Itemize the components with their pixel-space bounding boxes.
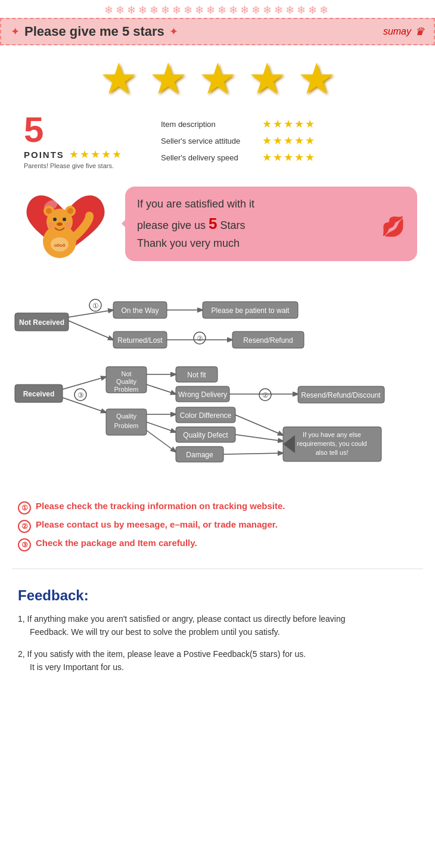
svg-line-68 xyxy=(223,453,283,454)
flowchart-section: Not Received ① On the Way Please be pati… xyxy=(0,274,435,495)
speech-line1: If you are satisfied with it xyxy=(137,198,254,210)
svg-line-37 xyxy=(63,377,106,389)
snowflake-decoration: ❄❄❄❄❄❄❄❄❄❄❄❄❄❄❄❄❄❄❄❄ xyxy=(0,0,435,18)
svg-text:On the Way: On the Way xyxy=(122,306,159,315)
svg-point-11 xyxy=(65,222,71,228)
speech-line3: Thank you very much xyxy=(137,237,240,249)
satisfaction-section: o0o0 If you are satisfied with it please… xyxy=(0,179,435,274)
star-1: ★ xyxy=(100,57,138,100)
brand-name: sumay xyxy=(383,26,411,37)
svg-text:Not: Not xyxy=(121,370,131,377)
svg-line-48 xyxy=(147,385,176,394)
svg-text:Quality: Quality xyxy=(116,413,137,420)
instruction-text-3: Check the package and Item carefully. xyxy=(36,538,197,548)
speech-text: If you are satisfied with it please give… xyxy=(137,196,405,252)
instruction-num-1: ① xyxy=(18,501,31,514)
svg-line-20 xyxy=(69,321,113,340)
header-brand: sumay ♛ xyxy=(383,25,424,38)
svg-text:Problem: Problem xyxy=(114,386,139,393)
speech-line2-post: Stars xyxy=(218,219,246,231)
rating-stars-3: ★★★★★ xyxy=(262,151,316,164)
header-star-left-icon: ✦ xyxy=(11,25,20,38)
svg-text:Not Received: Not Received xyxy=(19,318,64,327)
svg-text:Not fit: Not fit xyxy=(187,371,206,379)
feedback-section: Feedback: 1, If anything make you aren't… xyxy=(0,575,435,700)
svg-point-12 xyxy=(85,212,94,220)
parents-text: Parents! Please give five stars. xyxy=(24,162,114,169)
instructions-section: ① Please check the tracking information … xyxy=(0,495,435,562)
svg-point-7 xyxy=(53,218,57,221)
svg-line-38 xyxy=(63,398,106,413)
feedback-item-1-main: 1, If anything make you aren't satisfied… xyxy=(18,614,346,624)
rating-stars-1: ★★★★★ xyxy=(262,117,316,131)
svg-text:requirements, you could: requirements, you could xyxy=(297,440,366,447)
svg-text:also tell us!: also tell us! xyxy=(315,449,348,456)
svg-point-8 xyxy=(63,218,66,221)
instruction-3: ③ Check the package and Item carefully. xyxy=(18,538,417,551)
svg-text:Problem: Problem xyxy=(114,422,139,429)
svg-line-58 xyxy=(147,422,176,432)
star-2: ★ xyxy=(149,57,188,100)
rating-label-1: Item description xyxy=(161,120,256,129)
stars-section: ★ ★ ★ ★ ★ xyxy=(0,45,435,106)
instruction-num-3: ③ xyxy=(18,538,31,551)
five-points-right: Item description ★★★★★ Seller's service … xyxy=(161,117,316,164)
rating-row-1: Item description ★★★★★ xyxy=(161,117,316,131)
instruction-2: ② Please contact us by meesage, e–mail, … xyxy=(18,519,417,533)
instruction-num-2: ② xyxy=(18,520,31,533)
points-label: POINTS xyxy=(24,150,64,160)
svg-text:Returned/Lost: Returned/Lost xyxy=(117,336,163,345)
header-banner: ✦ Please give me 5 stars ✦ sumay ♛ xyxy=(0,18,435,45)
speech-line2-pre: please give us xyxy=(137,219,209,231)
svg-text:①: ① xyxy=(92,302,99,310)
speech-bubble: If you are satisfied with it please give… xyxy=(125,187,417,261)
svg-line-66 xyxy=(235,415,283,435)
star-3: ★ xyxy=(198,57,237,100)
header-left: ✦ Please give me 5 stars ✦ xyxy=(11,24,178,39)
svg-point-9 xyxy=(57,222,63,226)
feedback-title: Feedback: xyxy=(18,587,417,604)
svg-line-59 xyxy=(147,430,176,452)
svg-text:o0o0: o0o0 xyxy=(54,243,66,248)
divider xyxy=(12,568,423,569)
svg-line-67 xyxy=(235,435,283,441)
mascot-svg: o0o0 xyxy=(18,185,113,262)
svg-text:Please be patient to wait: Please be patient to wait xyxy=(212,306,290,315)
instruction-text-2: Please contact us by meesage, e–mail, or… xyxy=(36,519,278,529)
svg-text:③: ③ xyxy=(77,391,84,399)
rating-label-3: Seller's delivery speed xyxy=(161,153,256,162)
feedback-item-1-indent: Feedback. We will try our best to solve … xyxy=(18,625,417,638)
five-points-left: 5 POINTS ★★★★★ Parents! Please give five… xyxy=(24,112,143,169)
feedback-item-2-main: 2, If you satisfy with the item, please … xyxy=(18,649,306,659)
svg-text:Color Difference: Color Difference xyxy=(180,411,232,420)
instruction-text-1: Please check the tracking information on… xyxy=(36,501,285,511)
rating-row-3: Seller's delivery speed ★★★★★ xyxy=(161,151,316,164)
mascot-area: o0o0 xyxy=(18,185,113,262)
rating-label-2: Seller's service attitude xyxy=(161,137,256,145)
feedback-item-1: 1, If anything make you aren't satisfied… xyxy=(18,612,417,639)
svg-text:Resend/Refund/Discount: Resend/Refund/Discount xyxy=(301,391,381,399)
svg-text:②: ② xyxy=(262,391,269,399)
svg-line-19 xyxy=(69,310,113,317)
svg-text:Received: Received xyxy=(23,390,55,398)
five-number: 5 xyxy=(24,112,44,148)
svg-text:②: ② xyxy=(197,334,203,343)
svg-text:Damage: Damage xyxy=(186,451,213,459)
svg-text:Resend/Refund: Resend/Refund xyxy=(243,336,293,345)
instruction-1: ① Please check the tracking information … xyxy=(18,501,417,514)
svg-point-5 xyxy=(46,208,52,214)
svg-text:Quality Defect: Quality Defect xyxy=(183,431,228,439)
svg-point-10 xyxy=(48,222,54,228)
feedback-item-2: 2, If you satisfy with the item, please … xyxy=(18,647,417,674)
feedback-item-2-indent: It is very Important for us. xyxy=(18,661,417,674)
svg-text:Wrong Delivery: Wrong Delivery xyxy=(178,390,227,399)
lips-icon: 💋 xyxy=(381,212,405,241)
points-stars: ★★★★★ xyxy=(69,148,123,161)
rating-row-2: Seller's service attitude ★★★★★ xyxy=(161,134,316,147)
speech-five: 5 xyxy=(209,215,217,232)
header-star-right-icon: ✦ xyxy=(169,25,178,38)
header-title: Please give me 5 stars xyxy=(24,24,164,39)
svg-text:If you have any else: If you have any else xyxy=(303,431,361,438)
svg-point-6 xyxy=(67,208,73,214)
star-4: ★ xyxy=(248,57,287,100)
